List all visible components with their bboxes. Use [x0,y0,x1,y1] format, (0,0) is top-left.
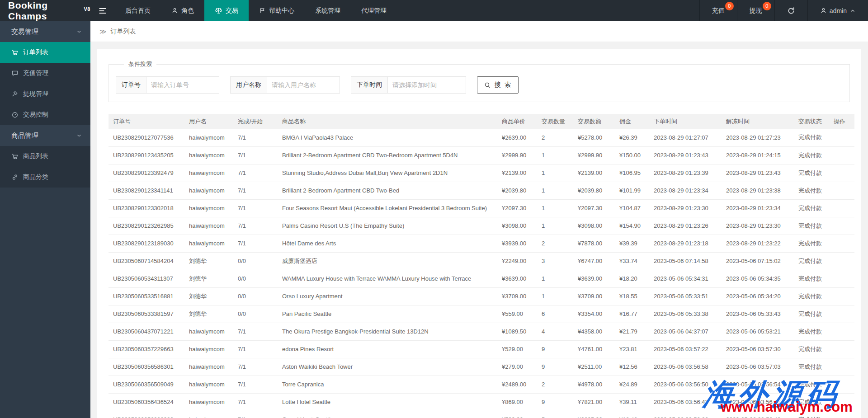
cell-unfreeze-time: 2023-05-06 03:56:47 [722,393,794,411]
menu-item-system[interactable]: 系统管理 [305,0,351,21]
cell-order-time: 2023-08-29 01:23:30 [649,199,722,217]
cell-amount: ¥3354.00 [573,305,615,323]
menu-item-label: 帮助中心 [269,7,294,15]
cell-progress: 7/1 [233,146,278,164]
cell-commission: ¥150.00 [615,146,649,164]
recharge-button[interactable]: 充值 0 [699,0,737,21]
cell-progress: 7/1 [233,340,278,358]
cell-progress: 0/0 [233,305,278,323]
menu-item-label: 交易 [226,7,238,15]
cell-unit-price: ¥529.00 [497,340,537,358]
refresh-button[interactable] [774,0,807,21]
cell-order-no: UB2305060356436524 [108,393,184,411]
cell-product-name: WAMMA Luxury House with Terrace WAMMA Lu… [278,270,497,287]
cell-status: 完成付款 [794,164,829,182]
cell-action [829,376,854,393]
cell-status: 完成付款 [794,182,829,199]
cell-product-name: Aston Waikiki Beach Tower [278,358,497,376]
cell-commission: ¥18.55 [615,287,649,305]
cell-order-time: 2023-05-06 03:56:58 [649,358,722,376]
table-row: UB2305060533381597刘德华0/0Pan Pacific Seat… [108,305,854,323]
table-row: UB2305060714584204刘德华0/0威廉斯堡酒店¥2249.003¥… [108,252,854,270]
cell-unit-price: ¥3709.00 [497,287,537,305]
cell-order-no: UB2305060534311307 [108,270,184,287]
cell-action [829,305,854,323]
sidebar-item-label: 订单列表 [23,48,48,56]
cell-status: 完成付款 [794,376,829,393]
cell-status: 完成付款 [794,270,829,287]
cell-amount: ¥5278.00 [573,129,615,146]
sidebar-item-label: 充值管理 [23,69,48,77]
cell-product-name: Pan Pacific Seattle [278,305,497,323]
cell-action [829,217,854,235]
cell-commission: ¥39.11 [615,393,649,411]
sidebar-group-trade-management[interactable]: 交易管理 [0,21,90,42]
column-header-unfreeze-time: 解冻时间 [722,114,794,129]
withdraw-button[interactable]: 提现 0 [737,0,774,21]
sidebar-item-recharge-management[interactable]: 充值管理 [0,63,90,84]
search-button[interactable]: 搜 索 [477,76,519,94]
cell-progress: 7/1 [233,393,278,411]
top-navbar: Booking Champs V8 后台首页 角色 交易 帮助中心 [0,0,868,21]
cell-order-time: 2023-05-06 03:57:22 [649,340,722,358]
menu-item-agent[interactable]: 代理管理 [351,0,397,21]
sidebar-item-product-category[interactable]: 商品分类 [0,167,90,188]
cell-username: haiwaiymcom [184,129,233,146]
cell-unit-price: ¥2139.00 [497,164,537,182]
app-logo-version: V8 [84,6,90,12]
cell-status: 完成付款 [794,323,829,340]
sidebar-item-label: 提现管理 [23,90,48,98]
table-row: UB2308290123392479haiwaiymcom7/1Stunning… [108,164,854,182]
cell-order-time: 2023-05-06 07:14:58 [649,252,722,270]
cell-quantity: 1 [537,270,573,287]
cell-order-no: UB2305060356586301 [108,358,184,376]
search-panel: 条件搜索 订单号 用户名称 下单时间 搜 索 [108,60,850,102]
sidebar-item-trade-control[interactable]: 交易控制 [0,104,90,125]
cell-progress: 7/1 [233,358,278,376]
cell-order-time: 2023-08-29 01:23:18 [649,235,722,252]
sidebar-item-product-list[interactable]: 商品列表 [0,146,90,167]
cell-unfreeze-time: 2023-05-06 03:57:03 [722,358,794,376]
cell-action [829,323,854,340]
cell-order-no: UB2308290123392479 [108,164,184,182]
cell-order-time: 2023-05-06 03:56:43 [649,393,722,411]
table-row: UB2305060357229663haiwaiymcom7/1edona Pi… [108,340,854,358]
cell-amount: ¥2999.90 [573,146,615,164]
sidebar-item-order-list[interactable]: 订单列表 [0,42,90,63]
cell-unfreeze-time: 2023-08-29 01:23:22 [722,235,794,252]
username-input[interactable] [267,76,340,94]
cell-status: 完成付款 [794,287,829,305]
menu-item-trade[interactable]: 交易 [204,0,249,21]
app-logo: Booking Champs V8 [0,0,90,21]
admin-user-menu[interactable]: admin [807,0,868,21]
cell-action [829,270,854,287]
cell-unfreeze-time: 2023-08-29 01:24:15 [722,146,794,164]
cell-unit-price: ¥2039.80 [497,182,537,199]
cell-quantity: 2 [537,235,573,252]
table-row: UB2305060356509049haiwaiymcom7/1Torre Ca… [108,376,854,393]
cell-product-name: Torre Capranica [278,376,497,393]
order-no-input[interactable] [146,76,219,94]
sidebar-item-withdraw-management[interactable]: 提现管理 [0,84,90,104]
column-header-product-name: 商品名称 [278,114,497,129]
cell-unfreeze-time: 2023-05-06 05:53:21 [722,323,794,340]
sidebar-item-label: 商品列表 [23,152,48,160]
column-header-progress: 完成/开始 [233,114,278,129]
menu-item-help-center[interactable]: 帮助中心 [249,0,305,21]
sidebar-group-label: 交易管理 [11,28,38,36]
column-header-status: 交易状态 [794,114,829,129]
sidebar-group-product-management[interactable]: 商品管理 [0,125,90,146]
menu-item-roles[interactable]: 角色 [161,0,204,21]
column-header-action: 操作 [829,114,854,129]
sidebar-toggle-button[interactable] [90,0,115,21]
column-header-amount: 交易数额 [573,114,615,129]
order-time-field-group: 下单时间 [351,76,466,94]
username-field-group: 用户名称 [230,76,340,94]
order-time-input[interactable] [387,76,466,94]
table-row: UB2305060533516881刘德华0/0Orso Luxury Apar… [108,287,854,305]
cell-order-no: UB2308290123262985 [108,217,184,235]
cell-amount: ¥3695.00 [573,411,615,418]
cell-progress: 0/0 [233,270,278,287]
cell-status: 完成付款 [794,235,829,252]
menu-item-dashboard[interactable]: 后台首页 [115,0,161,21]
